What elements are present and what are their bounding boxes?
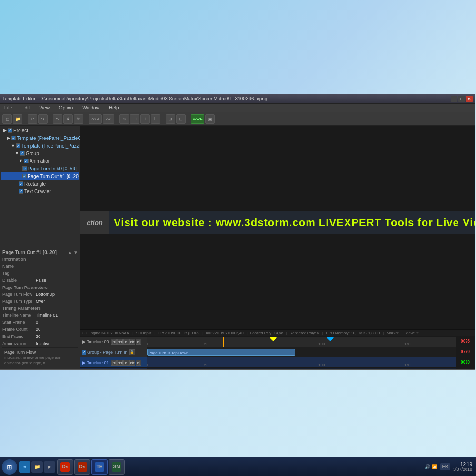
tool-align-center[interactable]: ⊥ [140, 114, 150, 124]
tl00-bar: Page Turn In Top Down [147, 349, 295, 356]
menu-window[interactable]: Window [80, 104, 101, 111]
system-tray: 🔊 📶 FR 12:19 3/07/2018 [425, 462, 474, 472]
tool-anchor[interactable]: ⊕ [119, 114, 129, 124]
tool-redo[interactable]: ↪ [38, 114, 48, 124]
tl01-rewind[interactable]: ◀◀ [117, 360, 123, 366]
save-button[interactable]: SAVE [191, 114, 204, 124]
prop-type-value[interactable]: Over [36, 299, 78, 304]
arrow-down[interactable]: ▼ [73, 250, 78, 255]
tool-open[interactable]: 📁 [13, 114, 22, 124]
tool-grid[interactable]: ⊞ [166, 114, 175, 124]
prop-tlname-value[interactable]: Timeline 01 [36, 313, 78, 317]
prop-disable-value[interactable]: False [36, 278, 78, 283]
tl01-play[interactable]: ▶ [123, 360, 129, 366]
tool-extra[interactable]: ▣ [205, 114, 215, 124]
tool-xy[interactable]: XY [103, 114, 114, 124]
close-button[interactable]: ✕ [466, 96, 473, 102]
tool-undo[interactable]: ↩ [28, 114, 37, 124]
sm-icon: SM [112, 462, 121, 472]
tool-new[interactable]: ◻ [2, 114, 12, 124]
prop-framecount-label: Frame Count [2, 327, 36, 332]
tool-xyz[interactable]: XYZ [89, 114, 102, 124]
tl01-counter2: 0:26 [456, 368, 475, 369]
tool-align-right[interactable]: ⊢ [151, 114, 160, 124]
tree-text-crawler[interactable]: ✓ Text Crawler [1, 188, 79, 195]
cb6[interactable]: ✓ [22, 174, 27, 178]
menu-help[interactable]: Help [107, 104, 121, 111]
tl00-next[interactable]: ▶| [136, 339, 141, 345]
media-icon[interactable]: ▶ [44, 461, 55, 473]
taskbar-app-te[interactable]: TE [91, 459, 108, 475]
ruler-150: 150 [404, 342, 410, 346]
tl00-count1: 0056 [461, 339, 470, 344]
prop-amort-value[interactable]: Inactive [36, 341, 78, 346]
tl01-next[interactable]: ▶| [136, 360, 141, 366]
tree-project[interactable]: ▶ ✓ Project [1, 127, 79, 134]
prop-amort-label: Amortization [2, 341, 36, 346]
cb3[interactable]: ✓ [20, 151, 25, 156]
tl01-ruler-100: 100 [318, 363, 325, 367]
tl00-prev[interactable]: |◀ [111, 339, 117, 345]
timing-section: Timing Parameters [2, 306, 78, 311]
prop-flow-label: Page Turn Flow [2, 292, 36, 297]
tree-group[interactable]: ▼ ✓ Group [1, 149, 79, 157]
menu-view[interactable]: View [37, 104, 51, 111]
tl01-ff[interactable]: ▶▶ [129, 360, 135, 366]
menu-edit[interactable]: Edit [20, 104, 31, 111]
menu-file[interactable]: File [2, 104, 14, 111]
tool-rotate[interactable]: ↻ [74, 114, 83, 124]
tool-snap[interactable]: ⊡ [176, 114, 186, 124]
tree-rectangle[interactable]: ✓ Rectangle [1, 180, 79, 188]
prop-flow-value[interactable]: BottomUp [36, 292, 78, 297]
project-checkbox[interactable]: ✓ [8, 128, 12, 133]
tl00-track: Page Turn In Top Down [147, 347, 456, 357]
prop-endframe-row: End Frame 20 [2, 333, 78, 340]
taskbar-app-ds2[interactable]: Ds [74, 459, 90, 475]
cb5[interactable]: ✓ [22, 166, 27, 171]
cb7[interactable]: ✓ [19, 181, 23, 186]
tree-template-short[interactable]: ▶ ✓ Template (FreePanel_PuzzleCr... [1, 134, 79, 142]
tl00-track-lock[interactable]: 🔒 [129, 349, 135, 355]
timeline-00-track: ✓ Group - Page Turn In 🔒 Page Turn In To… [80, 347, 475, 357]
tool-align-left[interactable]: ⊣ [130, 114, 139, 124]
minimize-button[interactable]: ─ [451, 96, 457, 102]
cb4[interactable]: ✓ [24, 159, 29, 163]
ie-icon[interactable]: e [19, 461, 30, 473]
arrow-up[interactable]: ▲ [68, 250, 72, 255]
tree-animation[interactable]: ▼ ✓ Animation [1, 157, 79, 165]
prop-framecount-value[interactable]: 20 [36, 327, 78, 332]
tool-select[interactable]: ↖ [53, 114, 62, 124]
tl00-track-label: ✓ Group - Page Turn In 🔒 [80, 347, 147, 357]
tl00-ff[interactable]: ▶▶ [129, 339, 135, 345]
status-poly: Loaded Poly: 14,6k [250, 331, 283, 335]
prop-name-row: Name [2, 263, 78, 269]
tree-arrow: ▶ [7, 136, 10, 140]
tl00-play[interactable]: ▶ [123, 339, 129, 345]
cb2[interactable]: ✓ [16, 143, 20, 148]
tl01-prev[interactable]: |◀ [111, 360, 117, 366]
tl00-track-name: Group - Page Turn In [87, 350, 128, 355]
cb1[interactable]: ✓ [11, 136, 16, 140]
tool-move[interactable]: ✥ [63, 114, 73, 124]
tl00-counter: 0056 [456, 337, 475, 347]
tl00-rewind[interactable]: ◀◀ [117, 339, 123, 345]
taskbar-app-sm[interactable]: SM [109, 459, 125, 475]
tl00-checkbox[interactable]: ✓ [82, 350, 86, 355]
maximize-button[interactable]: □ [458, 96, 465, 102]
taskbar-app-ds1[interactable]: Ds [57, 459, 73, 475]
explorer-icon[interactable]: 📁 [31, 461, 43, 473]
menu-option[interactable]: Option [57, 104, 75, 111]
tree-page-turn-in[interactable]: ✓ Page Turn In #0 [0..59] [1, 165, 79, 172]
prop-endframe-value[interactable]: 20 [36, 334, 78, 339]
tl00-track-controls: 🔒 [129, 349, 135, 355]
tree-page-turn-out[interactable]: ✓ Page Turn Out #1 [0..20] [1, 172, 79, 180]
ruler-100: 100 [318, 342, 325, 346]
prop-startframe-value[interactable]: 0 [36, 320, 78, 325]
menu-bar: File Edit View Option Window Help [0, 104, 475, 112]
status-gpu: GPU Memory: 10,1 MB / 1,8 GB [326, 331, 380, 335]
cb8[interactable]: ✓ [19, 189, 23, 194]
tree-template-full[interactable]: ▼ ✓ Template (FreePanel_PuzzleCrawler) [1, 142, 79, 149]
start-button[interactable]: ⊞ [2, 459, 17, 475]
prop-name-label: Name [2, 264, 36, 268]
taskbar-apps: Ds Ds TE SM [57, 459, 425, 475]
